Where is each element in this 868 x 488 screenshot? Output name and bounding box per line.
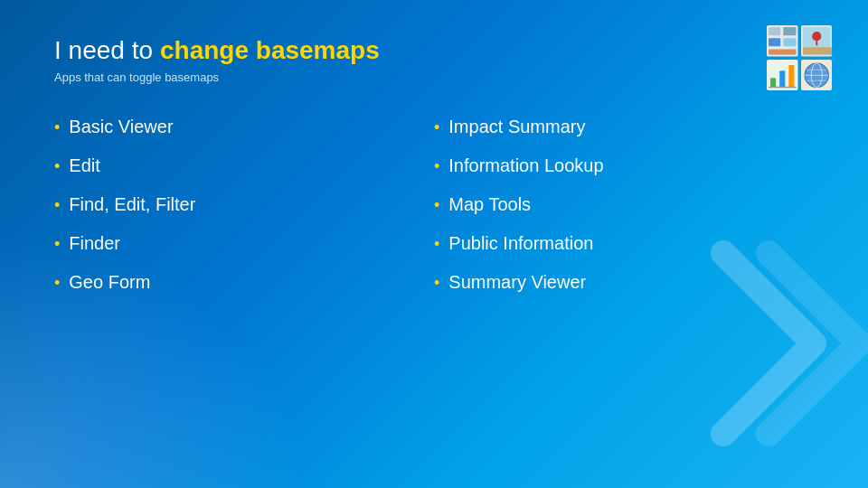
item-label: Geo Form <box>69 272 150 293</box>
bullet-icon: • <box>434 275 439 291</box>
list-item: • Public Information <box>434 233 814 254</box>
list-item: • Find, Edit, Filter <box>54 194 434 215</box>
item-label: Information Lookup <box>448 155 603 176</box>
svg-rect-1 <box>769 27 780 35</box>
svg-rect-2 <box>783 27 796 35</box>
bullet-icon: • <box>54 158 60 174</box>
left-list: • Basic Viewer • Edit • Find, Edit, Filt… <box>54 117 434 311</box>
lists-container: • Basic Viewer • Edit • Find, Edit, Filt… <box>54 117 814 311</box>
list-item: • Information Lookup <box>434 155 814 176</box>
list-item: • Finder <box>54 233 434 254</box>
bullet-icon: • <box>54 236 60 252</box>
title-line: I need to change basemaps <box>54 36 814 65</box>
list-item: • Impact Summary <box>434 117 814 137</box>
bullet-icon: • <box>54 275 60 291</box>
svg-rect-14 <box>788 65 794 87</box>
list-item: • Summary Viewer <box>434 272 814 293</box>
item-label: Map Tools <box>448 194 531 215</box>
bullet-icon: • <box>54 197 60 213</box>
item-label: Basic Viewer <box>69 117 173 137</box>
bullet-icon: • <box>434 119 439 136</box>
svg-rect-12 <box>770 78 776 87</box>
list-item: • Map Tools <box>434 194 814 215</box>
subtitle: Apps that can toggle basemaps <box>54 70 814 84</box>
list-item: • Basic Viewer <box>54 117 434 137</box>
svg-marker-8 <box>803 47 832 54</box>
item-label: Impact Summary <box>448 117 585 137</box>
logo-cell-3 <box>767 60 798 91</box>
item-label: Public Information <box>448 233 593 254</box>
bullet-icon: • <box>54 119 60 136</box>
item-label: Find, Edit, Filter <box>69 194 195 215</box>
bullet-icon: • <box>434 236 439 252</box>
svg-point-9 <box>812 32 821 41</box>
item-label: Summary Viewer <box>448 272 586 293</box>
svg-rect-13 <box>779 70 785 87</box>
item-label: Finder <box>69 233 120 254</box>
list-item: • Edit <box>54 155 434 176</box>
logo-grid <box>767 25 832 90</box>
right-list: • Impact Summary • Information Lookup • … <box>434 117 814 311</box>
title-highlight: change basemaps <box>160 36 380 65</box>
svg-rect-5 <box>769 49 796 54</box>
item-label: Edit <box>69 155 99 176</box>
logo-cell-1 <box>767 25 798 57</box>
main-content: I need to change basemaps Apps that can … <box>0 0 868 338</box>
logo-cell-4 <box>801 60 833 91</box>
logo-cell-2 <box>801 25 833 57</box>
bullet-icon: • <box>434 197 439 213</box>
svg-rect-4 <box>783 38 796 46</box>
list-item: • Geo Form <box>54 272 434 293</box>
svg-rect-3 <box>769 38 780 46</box>
title-static: I need to <box>54 36 153 65</box>
bullet-icon: • <box>434 158 439 174</box>
